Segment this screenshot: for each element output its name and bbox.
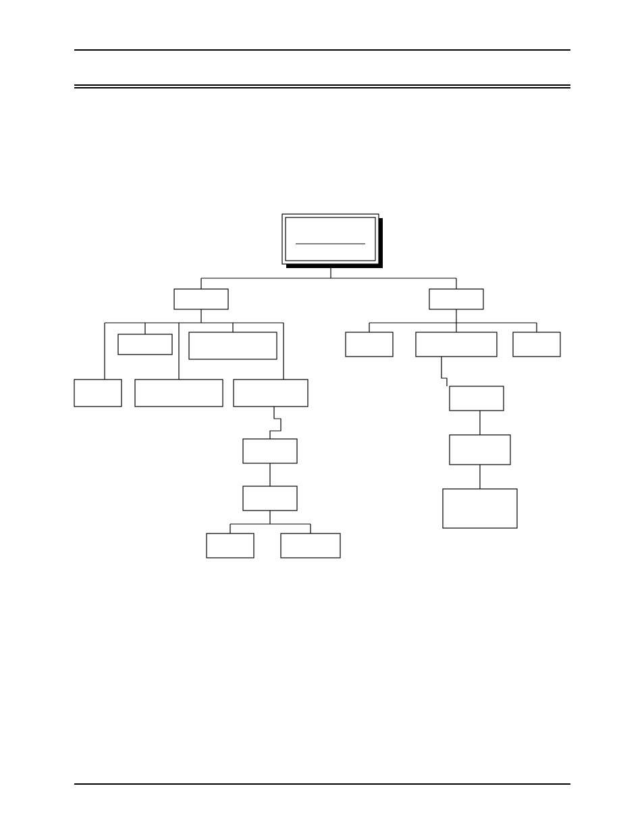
page <box>0 0 644 834</box>
root-inner <box>286 217 375 261</box>
node-l4-l-b <box>135 380 223 407</box>
node-l3-l-a <box>118 334 172 355</box>
node-l2-left <box>174 289 228 309</box>
node-l6-r <box>443 489 517 528</box>
node-l6-l <box>243 486 297 511</box>
node-l7-l-a <box>207 533 254 558</box>
node-l5-l <box>243 439 297 463</box>
node-l3-r-a <box>346 332 393 357</box>
node-l2-right <box>429 289 483 309</box>
node-l4-l-a <box>74 380 122 407</box>
org-chart <box>0 0 644 834</box>
node-l3-l-b <box>189 332 277 359</box>
node-l3-r-b <box>416 332 497 357</box>
connector-17 <box>270 407 281 439</box>
connector-16 <box>441 357 447 386</box>
node-l7-l-b <box>281 533 340 558</box>
node-l4-l-c <box>234 380 308 407</box>
node-l3-r-c <box>513 332 560 357</box>
node-l4-r-a <box>450 386 504 411</box>
node-l5-r <box>450 435 510 465</box>
